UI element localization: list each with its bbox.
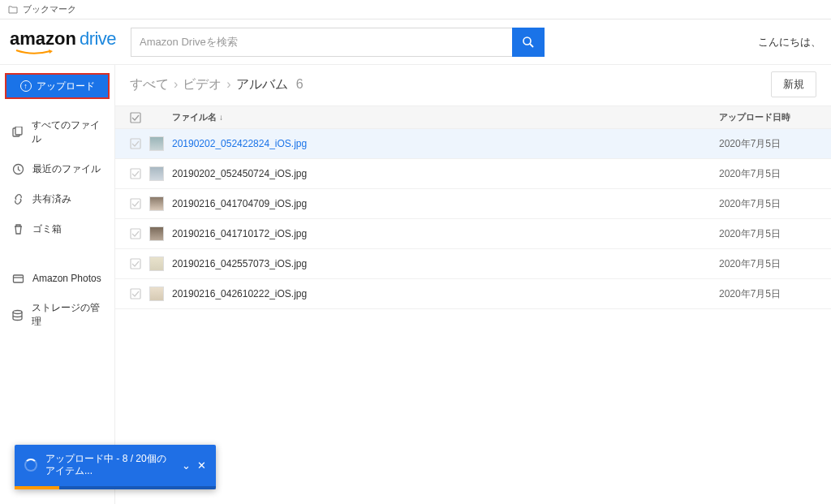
row-checkbox[interactable] [130,198,149,209]
search-bar [131,28,545,57]
chevron-right-icon: › [174,77,178,92]
toast-progress-track [15,486,216,489]
svg-line-1 [530,44,533,47]
sidebar: ↑ アップロード すべてのファイル 最近のファイル 共有済み ゴミ箱 [0,65,115,504]
file-name[interactable]: 20190216_042557073_iOS.jpg [172,258,719,269]
sidebar-item-trash[interactable]: ゴミ箱 [0,214,114,244]
row-checkbox[interactable] [130,258,149,269]
toast-message: アップロード中 - 8 / 20個のアイテム... [45,453,174,478]
folder-icon [8,5,18,14]
row-checkbox[interactable] [130,288,149,299]
storage-icon [11,308,24,321]
file-date: 2020年7月5日 [719,287,816,301]
sidebar-item-storage[interactable]: ストレージの管理 [0,293,114,337]
file-name[interactable]: 20190202_052450724_iOS.jpg [172,168,719,179]
svg-rect-13 [131,259,140,269]
sidebar-item-label: ストレージの管理 [32,301,103,329]
upload-progress-toast: アップロード中 - 8 / 20個のアイテム... ⌄ ✕ [15,445,216,489]
amazon-swoosh-icon [10,50,62,56]
sidebar-item-label: すべてのファイル [32,118,103,146]
clock-icon [11,163,24,176]
svg-point-7 [13,310,22,313]
bookmark-label[interactable]: ブックマーク [23,3,76,15]
row-checkbox[interactable] [130,168,149,179]
crumb-count: 6 [296,77,304,92]
row-checkbox[interactable] [130,228,149,239]
main-content: すべて › ビデオ › アルバム 6 新規 ファイル名 ↓ アップロード日時 2… [115,65,831,504]
svg-rect-11 [131,199,140,209]
toast-progress-fill [15,486,59,489]
sidebar-item-all-files[interactable]: すべてのファイル [0,110,114,154]
file-list: 20190202_052422824_iOS.jpg2020年7月5日20190… [115,129,831,309]
link-icon [11,193,24,206]
sidebar-item-recent[interactable]: 最近のファイル [0,154,114,184]
file-row[interactable]: 20190216_042610222_iOS.jpg2020年7月5日 [115,279,831,309]
file-name[interactable]: 20190216_041704709_iOS.jpg [172,198,719,209]
topbar: amazondrive こんにちは、 [0,19,831,65]
upload-button-label: アップロード [37,80,95,93]
file-thumbnail [149,196,164,211]
crumb-video[interactable]: ビデオ [183,76,222,93]
sort-down-icon: ↓ [219,113,223,122]
svg-rect-9 [131,139,140,149]
file-date: 2020年7月5日 [719,197,816,211]
file-thumbnail [149,286,164,301]
greeting-text[interactable]: こんにちは、 [758,35,821,50]
breadcrumb: すべて › ビデオ › アルバム 6 新規 [115,65,831,106]
file-name[interactable]: 20190216_042610222_iOS.jpg [172,288,719,299]
logo-amazon-text: amazon [10,28,76,49]
svg-rect-3 [15,127,22,135]
search-icon [522,36,535,49]
file-date: 2020年7月5日 [719,257,816,271]
collapse-toast-icon[interactable]: ⌄ [182,459,191,472]
sidebar-item-label: 最近のファイル [32,162,101,176]
file-date: 2020年7月5日 [719,227,816,241]
file-row[interactable]: 20190216_041704709_iOS.jpg2020年7月5日 [115,189,831,219]
file-list-header: ファイル名 ↓ アップロード日時 [115,106,831,129]
svg-rect-14 [131,289,140,299]
new-button[interactable]: 新規 [771,71,816,97]
trash-icon [11,223,24,236]
file-thumbnail [149,256,164,271]
sidebar-item-label: 共有済み [32,192,71,206]
sidebar-item-amazon-photos[interactable]: Amazon Photos [0,264,114,293]
upload-icon: ↑ [20,80,32,92]
svg-point-0 [523,37,531,45]
sidebar-item-label: Amazon Photos [32,273,101,284]
row-checkbox[interactable] [130,138,149,149]
file-name[interactable]: 20190202_052422824_iOS.jpg [172,138,719,149]
photos-icon [11,272,24,285]
svg-rect-5 [13,275,23,282]
column-header-date[interactable]: アップロード日時 [719,111,816,123]
file-name[interactable]: 20190216_041710172_iOS.jpg [172,228,719,239]
crumb-all[interactable]: すべて [130,76,169,93]
search-input[interactable] [131,28,512,57]
search-button[interactable] [512,28,545,57]
upload-button[interactable]: ↑ アップロード [5,73,110,99]
file-thumbnail [149,226,164,241]
logo-drive-text: drive [80,28,116,49]
spinner-icon [24,459,37,472]
amazon-drive-logo[interactable]: amazondrive [10,28,116,56]
file-row[interactable]: 20190216_042557073_iOS.jpg2020年7月5日 [115,249,831,279]
file-date: 2020年7月5日 [719,167,816,181]
bookmark-bar: ブックマーク [0,0,831,19]
file-date: 2020年7月5日 [719,137,816,151]
file-row[interactable]: 20190202_052422824_iOS.jpg2020年7月5日 [115,129,831,159]
select-all-checkbox[interactable] [130,112,149,123]
file-row[interactable]: 20190216_041710172_iOS.jpg2020年7月5日 [115,219,831,249]
sidebar-item-label: ゴミ箱 [32,222,62,236]
copy-icon [11,126,24,139]
svg-rect-12 [131,229,140,239]
svg-rect-8 [131,113,140,123]
file-thumbnail [149,166,164,181]
close-toast-icon[interactable]: ✕ [197,459,206,472]
column-header-name[interactable]: ファイル名 ↓ [172,111,719,123]
file-thumbnail [149,136,164,151]
crumb-current: アルバム [236,76,288,93]
file-row[interactable]: 20190202_052450724_iOS.jpg2020年7月5日 [115,159,831,189]
sidebar-item-shared[interactable]: 共有済み [0,184,114,214]
chevron-right-icon: › [226,77,230,92]
svg-rect-10 [131,169,140,179]
